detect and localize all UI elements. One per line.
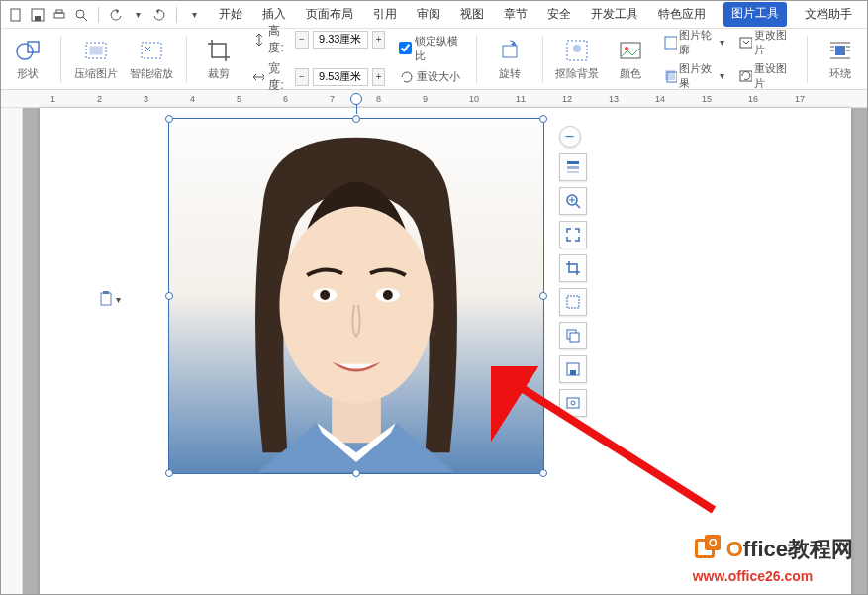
- print-preview-icon[interactable]: [72, 6, 90, 24]
- compress-button[interactable]: 压缩图片: [75, 37, 117, 81]
- tab-chapter[interactable]: 章节: [502, 2, 530, 27]
- remove-bg-button[interactable]: 抠除背景: [556, 37, 598, 81]
- undo-dropdown-icon[interactable]: ▾: [129, 6, 146, 24]
- rotate-handle[interactable]: [350, 93, 362, 105]
- ribbon: 形状 压缩图片 智能缩放 裁剪 高度: − + 宽度: − + 锁定纵横比 重: [1, 29, 867, 90]
- portrait-photo: [169, 119, 543, 473]
- collapse-icon[interactable]: −: [559, 126, 581, 148]
- width-minus[interactable]: −: [295, 68, 309, 86]
- crop-button[interactable]: 裁剪: [200, 37, 238, 81]
- crop-icon: [205, 37, 233, 64]
- change-pic-button[interactable]: 更改图片: [738, 28, 794, 57]
- svg-rect-4: [56, 10, 62, 13]
- width-label: 宽度:: [268, 60, 291, 94]
- lock-ratio-checkbox[interactable]: 锁定纵横比: [399, 34, 462, 63]
- height-plus[interactable]: +: [372, 31, 386, 49]
- svg-rect-32: [567, 171, 579, 173]
- svg-rect-23: [103, 291, 109, 294]
- redo-icon[interactable]: [150, 6, 168, 24]
- handle-tr[interactable]: [539, 115, 547, 123]
- height-icon: [251, 32, 264, 48]
- svg-rect-31: [567, 166, 579, 169]
- paste-options-icon[interactable]: ▾: [99, 291, 121, 307]
- qat-customize-icon[interactable]: ▾: [185, 6, 203, 24]
- fit-icon[interactable]: [559, 221, 587, 248]
- svg-rect-30: [567, 161, 579, 164]
- vertical-ruler: [1, 108, 23, 594]
- save-icon[interactable]: [29, 6, 47, 24]
- svg-point-5: [76, 10, 84, 18]
- shape-button[interactable]: 形状: [9, 37, 47, 81]
- svg-rect-34: [567, 296, 579, 308]
- svg-rect-11: [503, 46, 517, 57]
- height-minus[interactable]: −: [295, 31, 309, 49]
- tab-review[interactable]: 审阅: [415, 2, 442, 27]
- crop-float-icon[interactable]: [559, 254, 587, 282]
- tab-special[interactable]: 特色应用: [656, 2, 708, 27]
- office-logo-icon: O: [693, 533, 723, 568]
- reset-pic-button[interactable]: 重设图片: [738, 61, 794, 91]
- height-row: 高度: − +: [251, 23, 385, 56]
- layout-options-icon[interactable]: [559, 153, 587, 181]
- copy-float-icon[interactable]: [559, 322, 587, 349]
- width-icon: [251, 69, 264, 85]
- svg-rect-10: [142, 43, 161, 58]
- handle-bm[interactable]: [352, 469, 360, 477]
- handle-mr[interactable]: [539, 292, 547, 300]
- page[interactable]: ▾: [40, 108, 851, 595]
- zoom-icon[interactable]: [559, 187, 587, 215]
- svg-rect-19: [740, 38, 752, 48]
- width-plus[interactable]: +: [372, 68, 386, 86]
- watermark-url: www.office26.com: [693, 568, 853, 584]
- width-row: 宽度: − +: [251, 60, 385, 94]
- smartzoom-button[interactable]: 智能缩放: [131, 37, 172, 81]
- svg-point-27: [320, 290, 330, 300]
- handle-bl[interactable]: [165, 469, 173, 477]
- document-canvas: ▾: [23, 108, 867, 594]
- svg-text:O: O: [709, 537, 718, 548]
- shape-icon: [14, 37, 42, 64]
- svg-point-13: [573, 45, 581, 52]
- tab-picture-tools[interactable]: 图片工具: [723, 2, 787, 27]
- svg-point-25: [279, 206, 433, 403]
- new-icon[interactable]: [7, 6, 25, 24]
- title-bar: ▾ ▾ 开始 插入 页面布局 引用 审阅 视图 章节 安全 开发工具 特色应用 …: [1, 1, 867, 29]
- svg-point-15: [625, 47, 628, 50]
- height-input[interactable]: [313, 31, 368, 49]
- handle-ml[interactable]: [165, 292, 173, 300]
- height-label: 高度:: [268, 23, 291, 56]
- svg-point-6: [17, 44, 33, 59]
- tab-doc-helper[interactable]: 文档助手: [803, 2, 854, 27]
- horizontal-ruler: 1234567891011121314151617: [1, 90, 867, 108]
- tab-security[interactable]: 安全: [545, 2, 573, 27]
- watermark: OOffice教程网 www.office26.com: [693, 533, 853, 584]
- tab-home[interactable]: 开始: [217, 2, 244, 27]
- color-button[interactable]: 颜色: [612, 37, 649, 81]
- print-icon[interactable]: [50, 6, 68, 24]
- color-icon: [617, 37, 644, 64]
- svg-rect-0: [11, 9, 20, 21]
- effect-button[interactable]: 图片效果▾: [663, 61, 724, 91]
- selected-image[interactable]: [168, 118, 544, 474]
- undo-icon[interactable]: [107, 6, 125, 24]
- tab-devtools[interactable]: 开发工具: [589, 2, 640, 27]
- tab-view[interactable]: 视图: [458, 2, 486, 27]
- wrap-button[interactable]: 环绕: [821, 37, 859, 81]
- svg-point-29: [382, 290, 392, 300]
- reset-size-button[interactable]: 重设大小: [399, 69, 462, 85]
- select-area-icon[interactable]: [559, 288, 587, 316]
- smartzoom-icon: [138, 37, 165, 64]
- svg-rect-3: [54, 13, 64, 18]
- outline-button[interactable]: 图片轮廓▾: [663, 28, 724, 57]
- rotate-icon: [496, 37, 524, 64]
- handle-tm[interactable]: [352, 115, 360, 123]
- svg-rect-16: [665, 37, 677, 49]
- width-input[interactable]: [313, 68, 368, 86]
- handle-tl[interactable]: [165, 115, 173, 123]
- remove-bg-icon: [563, 37, 591, 64]
- annotation-arrow: [491, 366, 728, 525]
- wrap-icon: [826, 37, 854, 64]
- compress-icon: [82, 37, 110, 64]
- rotate-button[interactable]: 旋转: [491, 37, 529, 81]
- svg-rect-2: [35, 16, 41, 21]
